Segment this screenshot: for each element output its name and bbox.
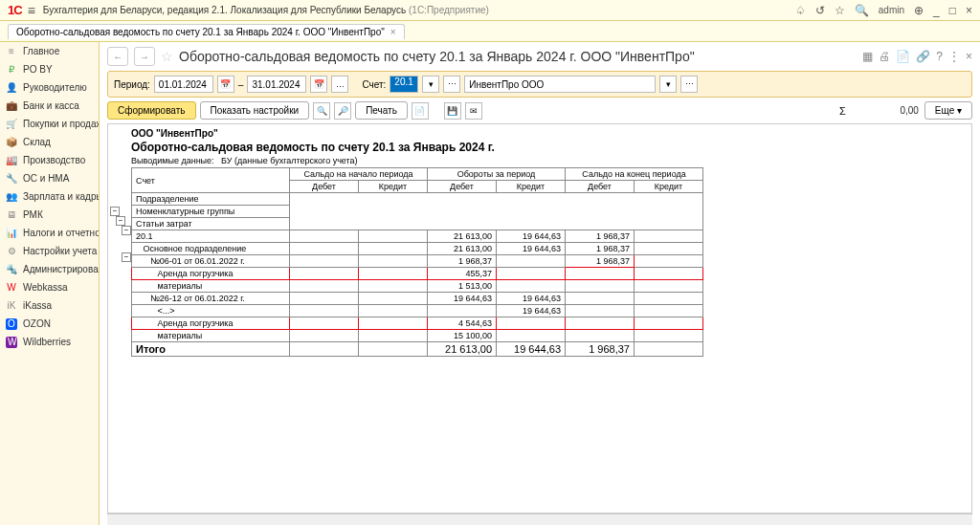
hdr-more-icon[interactable]: ⋮ (948, 50, 960, 63)
account-field[interactable]: 20.1 (390, 76, 418, 93)
favorite-icon[interactable]: ☆ (161, 49, 173, 64)
sidebar-item-13[interactable]: WWebkassa (0, 278, 99, 296)
table-row[interactable]: материалы1 513,00 (132, 280, 703, 293)
minimize-icon[interactable]: _ (933, 4, 940, 17)
sidebar-item-4[interactable]: 🛒Покупки и продажи (0, 115, 99, 133)
table-row[interactable]: <...>19 644,63 (132, 305, 703, 317)
date-to-calendar[interactable]: 📅 (310, 76, 327, 93)
sidebar-icon: W (6, 337, 17, 348)
table-row[interactable]: 20.121 613,0019 644,631 968,37 (132, 230, 703, 243)
account-label: Счет: (362, 79, 386, 90)
table-row[interactable]: Аренда погрузчика455,37 (132, 268, 703, 280)
sidebar-icon: ₽ (6, 64, 17, 76)
tree-collapse-3[interactable]: − (122, 226, 131, 235)
find-icon[interactable]: 🔍 (313, 102, 330, 120)
date-from-calendar[interactable]: 📅 (217, 76, 234, 93)
sidebar-label: Wildberries (23, 337, 71, 347)
sidebar-label: Производство (23, 155, 85, 165)
sidebar-icon: 🛒 (6, 119, 17, 130)
print-button[interactable]: Печать (355, 101, 408, 120)
hdr-icon-1[interactable]: ▦ (862, 50, 873, 63)
sum-value: 0,00 (852, 105, 919, 116)
sidebar-icon: 🔩 (6, 264, 17, 275)
sidebar-item-14[interactable]: iKiKassa (0, 296, 99, 315)
horizontal-scrollbar[interactable] (107, 514, 972, 525)
forward-button[interactable]: → (134, 47, 155, 66)
tree-collapse-2[interactable]: − (116, 216, 125, 226)
sidebar-label: PO BY (23, 64, 53, 75)
star-icon[interactable]: ☆ (835, 4, 845, 17)
sidebar-item-12[interactable]: 🔩Администрирование (0, 260, 99, 278)
sidebar-icon: 🏭 (6, 155, 17, 166)
sidebar-item-7[interactable]: 🔧ОС и НМА (0, 169, 99, 187)
sidebar-label: Webkassa (23, 282, 68, 293)
sidebar-item-2[interactable]: 👤Руководителю (0, 78, 99, 97)
report-meta: Выводимые данные: БУ (данные бухгалтерск… (131, 156, 968, 165)
hdr-icon-3[interactable]: 📄 (896, 50, 910, 63)
sidebar-icon: iK (6, 300, 17, 312)
sidebar-item-11[interactable]: ⚙Настройки учета (0, 242, 99, 260)
tree-collapse-1[interactable]: − (110, 207, 120, 216)
sidebar-icon: 📦 (6, 137, 17, 148)
report-title: Оборотно-сальдовая ведомость по счету 20… (131, 141, 968, 154)
sidebar-label: Руководителю (23, 82, 87, 93)
tab-close-icon[interactable]: × (390, 27, 396, 37)
sidebar-label: Настройки учета (23, 246, 97, 256)
search-icon[interactable]: 🔍 (855, 4, 869, 17)
bell-icon[interactable]: ♤ (795, 4, 806, 17)
hdr-icon-2[interactable]: 🖨 (879, 50, 890, 63)
date-from-input[interactable] (154, 76, 213, 93)
menu-icon[interactable]: ≡ (28, 3, 35, 18)
form-button[interactable]: Сформировать (107, 101, 196, 120)
org-dropdown[interactable]: ▾ (659, 76, 677, 93)
find2-icon[interactable]: 🔎 (334, 102, 351, 120)
table-row[interactable]: Аренда погрузчика4 544,63 (132, 317, 703, 330)
sidebar-icon: 👤 (6, 82, 17, 94)
doc-icon[interactable]: 📄 (412, 102, 429, 120)
table-row[interactable]: материалы15 100,00 (132, 330, 703, 342)
page-title: Оборотно-сальдовая ведомость по счету 20… (179, 49, 695, 64)
settings-button[interactable]: Показать настройки (200, 101, 310, 120)
org-picker[interactable]: ⋯ (680, 76, 698, 93)
sidebar-item-15[interactable]: OOZON (0, 315, 99, 333)
close-icon[interactable]: × (966, 4, 972, 17)
hdr-close-icon[interactable]: × (966, 50, 972, 63)
sidebar-label: ОС и НМА (23, 173, 69, 184)
tab-report[interactable]: Оборотно-сальдовая ведомость по счету 20… (8, 24, 405, 39)
sidebar-item-10[interactable]: 📊Налоги и отчетность (0, 224, 99, 242)
caps-icon[interactable]: ⊕ (914, 4, 924, 17)
more-button[interactable]: Еще ▾ (924, 101, 972, 120)
account-picker[interactable]: ⋯ (443, 76, 460, 93)
save-icon[interactable]: 💾 (444, 102, 461, 120)
hdr-help-icon[interactable]: ? (936, 50, 943, 63)
org-field[interactable] (464, 76, 656, 93)
sidebar-label: Зарплата и кадры (23, 191, 99, 202)
tab-label: Оборотно-сальдовая ведомость по счету 20… (16, 27, 385, 37)
sidebar-item-5[interactable]: 📦Склад (0, 133, 99, 151)
tree-collapse-4[interactable]: − (122, 252, 131, 262)
date-to-input[interactable] (247, 76, 306, 93)
sidebar-item-8[interactable]: 👥Зарплата и кадры (0, 187, 99, 206)
account-dropdown[interactable]: ▾ (422, 76, 439, 93)
table-row[interactable]: №06-01 от 06.01.2022 г.1 968,371 968,37 (132, 255, 703, 268)
sidebar-item-9[interactable]: 🖥РМК (0, 206, 99, 224)
sum-label: Σ (839, 105, 846, 117)
hdr-icon-4[interactable]: 🔗 (916, 50, 930, 63)
user-label[interactable]: admin (879, 5, 904, 15)
mail-icon[interactable]: ✉ (465, 102, 482, 120)
sidebar-label: iKassa (23, 300, 52, 311)
sidebar-item-1[interactable]: ₽PO BY (0, 60, 99, 78)
period-picker[interactable]: … (331, 76, 348, 93)
sidebar-item-0[interactable]: ≡Главное (0, 42, 99, 60)
table-row[interactable]: Основное подразделение21 613,0019 644,63… (132, 243, 703, 255)
sidebar-icon: ⚙ (6, 246, 17, 257)
back-button[interactable]: ← (107, 47, 128, 66)
maximize-icon[interactable]: □ (949, 4, 956, 17)
sidebar-item-6[interactable]: 🏭Производство (0, 151, 99, 169)
app-title: Бухгалтерия для Беларуси, редакция 2.1. … (43, 5, 489, 15)
sidebar-item-3[interactable]: 💼Банк и касса (0, 97, 99, 115)
history-icon[interactable]: ↺ (815, 4, 825, 17)
sidebar-item-16[interactable]: WWildberries (0, 333, 99, 351)
table-row[interactable]: №26-12 от 06.01.2022 г.19 644,6319 644,6… (132, 293, 703, 305)
sidebar-icon: 🔧 (6, 173, 17, 185)
